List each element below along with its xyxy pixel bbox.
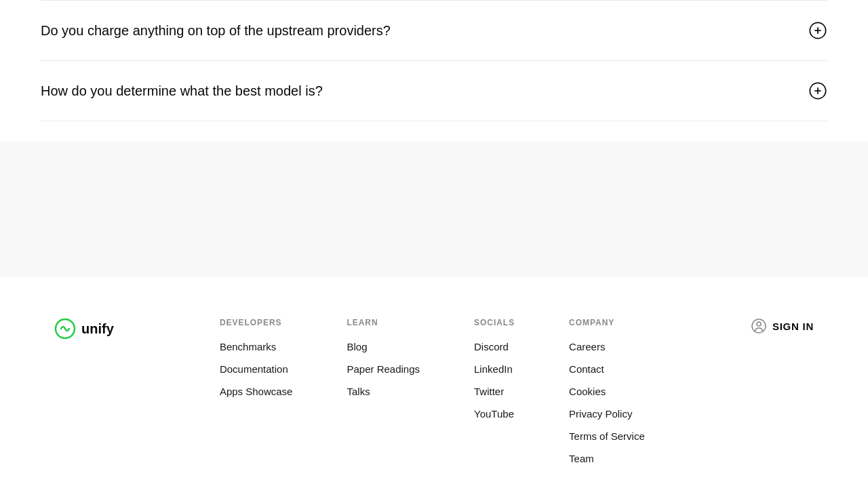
- footer-column-learn: LEARN Blog Paper Readings Talks: [347, 318, 420, 464]
- signin-label: SIGN IN: [772, 321, 814, 332]
- footer-link-blog[interactable]: Blog: [347, 341, 420, 352]
- svg-point-8: [757, 322, 761, 326]
- footer-link-paper-readings[interactable]: Paper Readings: [347, 363, 420, 375]
- footer-socials-title: SOCIALS: [474, 318, 515, 327]
- footer-column-socials: SOCIALS Discord LinkedIn Twitter YouTube: [474, 318, 515, 464]
- footer-link-linkedin[interactable]: LinkedIn: [474, 363, 515, 375]
- footer-column-company: COMPANY Careers Contact Cookies Privacy …: [569, 318, 645, 464]
- user-circle-icon: [751, 318, 767, 334]
- footer-company-title: COMPANY: [569, 318, 645, 327]
- footer-signin[interactable]: SIGN IN: [751, 318, 814, 334]
- footer-link-privacy-policy[interactable]: Privacy Policy: [569, 408, 645, 420]
- faq-item-1[interactable]: Do you charge anything on top of the ups…: [41, 0, 827, 61]
- footer-developers-title: DEVELOPERS: [220, 318, 293, 327]
- footer-link-benchmarks[interactable]: Benchmarks: [220, 341, 293, 352]
- footer-column-developers: DEVELOPERS Benchmarks Documentation Apps…: [220, 318, 293, 464]
- faq-section: Do you charge anything on top of the ups…: [0, 0, 868, 142]
- footer: unify DEVELOPERS Benchmarks Documentatio…: [0, 277, 868, 488]
- footer-link-talks[interactable]: Talks: [347, 386, 420, 397]
- expand-icon-2: [808, 81, 827, 100]
- footer-columns: DEVELOPERS Benchmarks Documentation Apps…: [114, 318, 751, 464]
- footer-link-apps-showcase[interactable]: Apps Showcase: [220, 386, 293, 397]
- footer-link-cookies[interactable]: Cookies: [569, 386, 645, 397]
- expand-icon-1: [808, 21, 827, 40]
- footer-link-youtube[interactable]: YouTube: [474, 408, 515, 420]
- footer-link-twitter[interactable]: Twitter: [474, 386, 515, 397]
- footer-learn-title: LEARN: [347, 318, 420, 327]
- footer-link-contact[interactable]: Contact: [569, 363, 645, 375]
- faq-question-2: How do you determine what the best model…: [41, 83, 323, 99]
- footer-logo[interactable]: unify: [54, 318, 114, 340]
- faq-question-1: Do you charge anything on top of the ups…: [41, 23, 391, 39]
- footer-link-documentation[interactable]: Documentation: [220, 363, 293, 375]
- footer-logo-text: unify: [81, 321, 114, 337]
- footer-link-terms-of-service[interactable]: Terms of Service: [569, 430, 645, 442]
- faq-item-2[interactable]: How do you determine what the best model…: [41, 61, 827, 121]
- footer-link-team[interactable]: Team: [569, 453, 645, 464]
- footer-link-careers[interactable]: Careers: [569, 341, 645, 352]
- unify-logo-icon: [54, 318, 76, 340]
- spacer: [0, 142, 868, 277]
- footer-link-discord[interactable]: Discord: [474, 341, 515, 352]
